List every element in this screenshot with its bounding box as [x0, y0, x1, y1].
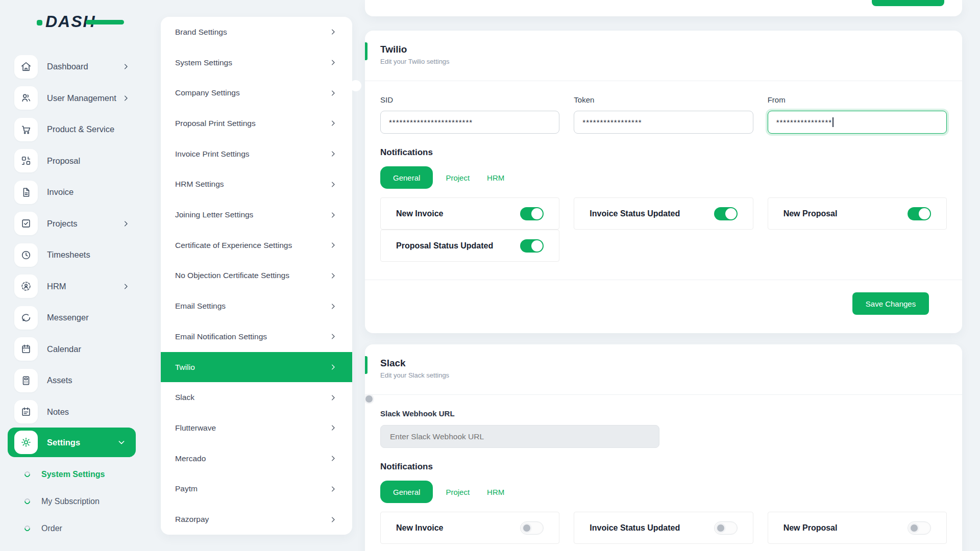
sid-input[interactable]: ************************: [380, 111, 559, 134]
token-value: *****************: [582, 118, 642, 127]
sidebar-item-notes[interactable]: Notes: [0, 396, 149, 428]
sidebar-item-label: Messenger: [47, 313, 89, 322]
new-proposal-toggle[interactable]: [908, 207, 931, 220]
tab-project[interactable]: Project: [437, 481, 478, 503]
subnav-item-system-settings[interactable]: System Settings: [0, 461, 149, 488]
settings-menu-item-email-notification-settings[interactable]: Email Notification Settings: [161, 321, 352, 352]
chevron-right-icon: [329, 485, 337, 493]
sidebar-item-label: Notes: [47, 407, 69, 417]
settings-menu-item-system-settings[interactable]: System Settings: [161, 47, 352, 78]
settings-menu-item-label: Email Notification Settings: [175, 332, 267, 341]
tab-hrm[interactable]: HRM: [478, 481, 513, 503]
chevron-right-icon: [329, 28, 337, 36]
settings-menu-item-email-settings[interactable]: Email Settings: [161, 291, 352, 321]
invoice-status-updated-toggle[interactable]: [714, 521, 738, 535]
subnav-label: My Subscription: [41, 497, 100, 506]
chevron-right-icon: [329, 150, 337, 158]
sid-value: ************************: [389, 118, 473, 127]
settings-menu-item-label: No Objection Certificate Settings: [175, 271, 289, 280]
tab-hrm[interactable]: HRM: [478, 166, 513, 189]
settings-menu-item-proposal-print-settings[interactable]: Proposal Print Settings: [161, 108, 352, 139]
toggle-knob: [909, 523, 919, 533]
notif-label: New Invoice: [396, 209, 443, 218]
sidebar-item-invoice[interactable]: Invoice: [0, 177, 149, 208]
hrm-icon: [14, 274, 38, 298]
sidebar-item-label: Settings: [47, 438, 80, 447]
settings-menu-item-label: Twilio: [175, 363, 195, 372]
settings-menu-item-paytm[interactable]: Paytm: [161, 474, 352, 505]
sidebar-item-messenger[interactable]: Messenger: [0, 302, 149, 334]
sidebar-item-settings[interactable]: Settings: [8, 428, 136, 457]
chevron-right-icon: [329, 211, 337, 219]
invoice-status-updated-toggle[interactable]: [714, 207, 738, 220]
settings-menu-item-label: Slack: [175, 393, 194, 402]
twilio-notification-grid: New Invoice Invoice Status Updated New P…: [380, 197, 947, 262]
settings-menu-item-company-settings[interactable]: Company Settings: [161, 78, 352, 108]
sidebar-item-label: Product & Service: [47, 124, 114, 134]
tab-project[interactable]: Project: [437, 166, 478, 189]
settings-menu-item-razorpay[interactable]: Razorpay: [161, 504, 352, 535]
sidebar-item-dashboard[interactable]: Dashboard: [0, 51, 149, 83]
settings-menu-item-brand-settings[interactable]: Brand Settings: [161, 17, 352, 47]
twilio-subtitle: Edit your Twilio settings: [380, 58, 944, 65]
settings-menu-item-flutterwave[interactable]: Flutterwave: [161, 413, 352, 443]
settings-menu-item-invoice-print-settings[interactable]: Invoice Print Settings: [161, 139, 352, 169]
settings-menu-item-hrm-settings[interactable]: HRM Settings: [161, 169, 352, 200]
settings-menu-item-no-objection-certificate-settings[interactable]: No Objection Certificate Settings: [161, 261, 352, 291]
new-proposal-toggle[interactable]: [908, 521, 931, 535]
invoice-icon: [14, 181, 38, 204]
sidebar-item-label: Timesheets: [47, 250, 90, 260]
notif-card-invoice-status-updated: Invoice Status Updated: [574, 512, 753, 544]
save-changes-button-partial[interactable]: [872, 0, 944, 6]
notif-label: Proposal Status Updated: [396, 241, 493, 251]
sidebar-item-user-management[interactable]: User Management: [0, 83, 149, 114]
previous-card-partial: [365, 0, 962, 16]
twilio-notification-tabs: General Project HRM: [380, 166, 947, 189]
tab-general[interactable]: General: [380, 166, 433, 189]
slack-card-body: Slack Webhook URL Notifications General …: [365, 395, 962, 544]
notif-card-invoice-status-updated: Invoice Status Updated: [574, 197, 753, 230]
proposal-status-updated-toggle[interactable]: [520, 239, 544, 253]
chevron-right-icon: [122, 283, 130, 290]
twilio-notifications-title: Notifications: [380, 147, 947, 158]
settings-menu-item-certificate-of-experience-settings[interactable]: Certificate of Experience Settings: [161, 230, 352, 261]
from-value: ****************: [776, 118, 832, 127]
subnav-item-my-subscription[interactable]: My Subscription: [0, 488, 149, 515]
sidebar-item-product-service[interactable]: Product & Service: [0, 114, 149, 145]
save-changes-button[interactable]: Save Changes: [852, 292, 929, 315]
main-content: Twilio Edit your Twilio settings SID ***…: [365, 0, 962, 551]
sidebar-item-proposal[interactable]: Proposal: [0, 145, 149, 177]
projects-icon: [14, 212, 38, 235]
settings-menu-item-slack[interactable]: Slack: [161, 382, 352, 413]
sidebar-item-projects[interactable]: Projects: [0, 208, 149, 240]
cart-icon: [14, 118, 38, 141]
settings-menu-item-mercado[interactable]: Mercado: [161, 443, 352, 474]
sidebar-item-label: Assets: [47, 375, 72, 385]
toggle-knob: [716, 523, 726, 533]
token-input[interactable]: *****************: [574, 111, 753, 134]
subnav-item-order[interactable]: Order: [0, 515, 149, 542]
chevron-right-icon: [329, 59, 337, 66]
sidebar-item-label: Dashboard: [47, 62, 88, 71]
settings-menu-item-label: Brand Settings: [175, 28, 227, 37]
sidebar-item-timesheets[interactable]: Timesheets: [0, 239, 149, 271]
sidebar-item-calendar[interactable]: Calendar: [0, 334, 149, 365]
settings-menu-item-joining-letter-settings[interactable]: Joining Letter Settings: [161, 199, 352, 230]
tab-general[interactable]: General: [380, 481, 433, 503]
chevron-right-icon: [329, 363, 337, 371]
sidebar-item-hrm[interactable]: HRM: [0, 271, 149, 303]
app-logo[interactable]: DASH: [37, 11, 96, 32]
toggle-knob: [919, 208, 930, 219]
new-invoice-toggle[interactable]: [520, 207, 544, 220]
accent-bar: [365, 356, 368, 374]
sidebar: DASH Dashboard User Management Product &…: [0, 0, 149, 551]
slack-notification-grid: New Invoice Invoice Status Updated New P…: [380, 512, 947, 544]
sidebar-item-assets[interactable]: Assets: [0, 365, 149, 396]
new-invoice-toggle[interactable]: [520, 521, 544, 535]
slack-webhook-input[interactable]: [380, 425, 659, 448]
settings-menu-item-twilio[interactable]: Twilio: [161, 352, 352, 383]
from-input[interactable]: ****************: [768, 111, 947, 134]
settings-menu-item-label: Proposal Print Settings: [175, 119, 256, 128]
chevron-right-icon: [329, 516, 337, 523]
sidebar-item-label: Projects: [47, 219, 78, 229]
